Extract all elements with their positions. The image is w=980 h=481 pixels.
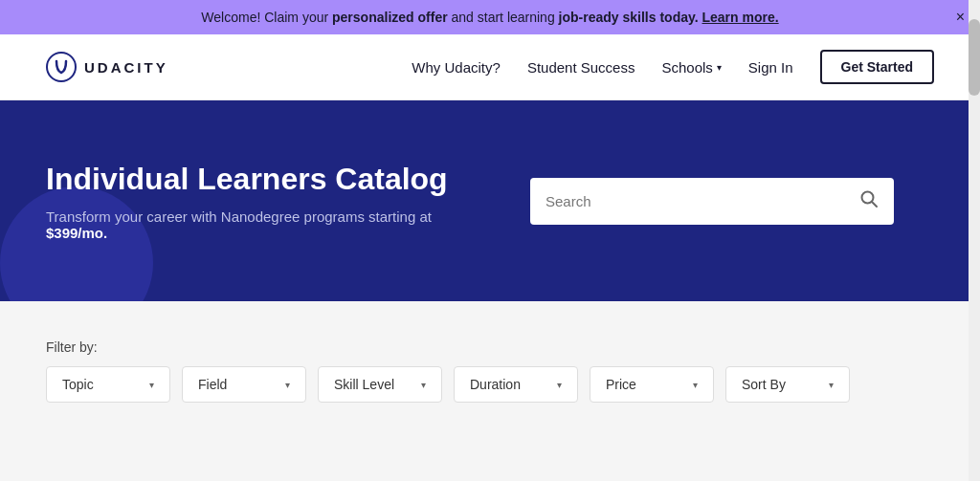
search-input[interactable]: [546, 193, 852, 209]
nav-links: Why Udacity? Student Success Schools ▾ S…: [412, 50, 934, 84]
search-bar: [530, 178, 894, 225]
filter-field[interactable]: Field ▾: [182, 366, 306, 403]
get-started-button[interactable]: Get Started: [820, 50, 934, 84]
filter-topic-chevron-icon: ▾: [149, 380, 154, 390]
nav-link-student-success[interactable]: Student Success: [527, 59, 635, 76]
filter-section: Filter by: Topic ▾ Field ▾ Skill Level ▾…: [0, 301, 980, 422]
filter-price-chevron-icon: ▾: [693, 380, 698, 390]
filter-dropdowns: Topic ▾ Field ▾ Skill Level ▾ Duration ▾…: [46, 366, 934, 403]
filter-label: Filter by:: [46, 339, 934, 355]
nav-link-why-udacity[interactable]: Why Udacity?: [412, 59, 501, 76]
banner-text: Welcome! Claim your personalized offer a…: [201, 10, 778, 25]
nav-link-sign-in[interactable]: Sign In: [748, 59, 793, 76]
filter-skill-level[interactable]: Skill Level ▾: [318, 366, 442, 403]
udacity-logo-icon: [46, 52, 77, 82]
logo-text: UDACITY: [84, 59, 168, 76]
banner-close-button[interactable]: ×: [956, 9, 965, 26]
schools-chevron-icon: ▾: [717, 62, 722, 73]
filter-duration-label: Duration: [470, 377, 521, 392]
hero-content: Individual Learners Catalog Transform yo…: [46, 162, 490, 241]
hero-price: $399/mo.: [46, 225, 107, 241]
search-icon: [859, 189, 879, 213]
filter-duration[interactable]: Duration ▾: [454, 366, 578, 403]
nav-schools-dropdown[interactable]: Schools ▾: [661, 59, 721, 76]
scrollbar-thumb[interactable]: [969, 19, 980, 96]
navbar: UDACITY Why Udacity? Student Success Sch…: [0, 34, 980, 100]
scrollbar[interactable]: [969, 0, 980, 422]
filter-duration-chevron-icon: ▾: [557, 380, 562, 390]
filter-price-label: Price: [606, 377, 636, 392]
svg-line-2: [872, 202, 877, 207]
filter-topic[interactable]: Topic ▾: [46, 366, 170, 403]
promotional-banner: Welcome! Claim your personalized offer a…: [0, 0, 980, 34]
filter-sort-by[interactable]: Sort By ▾: [725, 366, 850, 403]
filter-skill-level-label: Skill Level: [334, 377, 394, 392]
filter-field-chevron-icon: ▾: [285, 380, 290, 390]
hero-title: Individual Learners Catalog: [46, 162, 490, 197]
hero-search-area: [490, 178, 934, 225]
hero-section: Individual Learners Catalog Transform yo…: [0, 100, 980, 301]
filter-price[interactable]: Price ▾: [590, 366, 714, 403]
logo[interactable]: UDACITY: [46, 52, 168, 82]
filter-topic-label: Topic: [62, 377, 94, 392]
filter-sort-by-label: Sort By: [742, 377, 786, 392]
filter-skill-level-chevron-icon: ▾: [421, 380, 426, 390]
hero-subtitle: Transform your career with Nanodegree pr…: [46, 208, 490, 241]
filter-sort-by-chevron-icon: ▾: [829, 380, 834, 390]
banner-learn-more-link[interactable]: Learn more.: [702, 10, 779, 25]
filter-field-label: Field: [198, 377, 227, 392]
svg-point-0: [47, 53, 76, 81]
